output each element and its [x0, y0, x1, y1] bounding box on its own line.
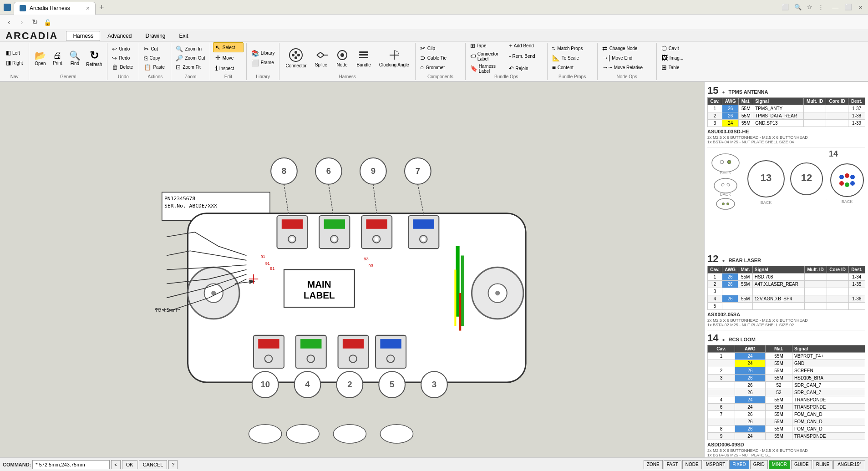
ok-button[interactable]: OK: [122, 460, 137, 469]
table-btn[interactable]: ⊞Table: [660, 63, 695, 72]
angle-btn[interactable]: ANGLE:15°: [833, 460, 865, 469]
connector-15-part: ASU003-03SD-HE: [707, 129, 865, 134]
zone-btn[interactable]: ZONE: [644, 460, 663, 469]
reload-button[interactable]: ↻: [29, 18, 40, 26]
connector-14-detail-1: 1x BSTA-06 M25 - NUT PLATE S...: [707, 453, 865, 457]
drawing-canvas[interactable]: PN12345678 SER.No. ABCDE/XXX: [0, 82, 704, 457]
fixed-btn[interactable]: FIXED: [729, 460, 749, 469]
connector-btn[interactable]: Connector: [282, 45, 310, 71]
nav-right-btn[interactable]: ◨Right: [4, 58, 25, 67]
menu-harness[interactable]: Harness: [66, 31, 100, 41]
tape-btn[interactable]: ⊞Tape: [468, 42, 505, 50]
change-node-btn[interactable]: ⇄Change Node: [600, 44, 654, 53]
app-icon: [4, 4, 11, 11]
svg-point-122: [839, 175, 844, 179]
svg-rect-9: [359, 57, 368, 58]
svg-point-93: [720, 160, 724, 164]
redo-btn[interactable]: ↪Redo: [110, 54, 136, 62]
connector-14-detail-0: 2x M2.5 X 6 BUTTONHEAD - M2.5 X 6 BUTTON…: [707, 448, 865, 453]
find-btn[interactable]: 🔍Find: [66, 49, 83, 67]
toolbar-group-node-ops: ⇄Change Node →|Move End →~Move Relative …: [598, 43, 657, 80]
copy-btn[interactable]: ⎘Copy: [142, 54, 168, 62]
svg-text:9: 9: [371, 166, 376, 176]
connector-label-btn[interactable]: 🏷Connector Label: [468, 51, 505, 62]
match-props-btn[interactable]: ≈Match Props: [550, 44, 594, 53]
inspect-btn[interactable]: ℹInspect: [213, 63, 244, 73]
svg-point-100: [716, 198, 735, 209]
guide-btn[interactable]: GUIDE: [791, 460, 812, 469]
library-btn[interactable]: 📚Library: [249, 49, 277, 58]
refresh-btn[interactable]: ↻Refresh: [84, 48, 104, 68]
node-status-btn[interactable]: NODE: [682, 460, 702, 469]
bundle-btn[interactable]: Bundle: [354, 45, 374, 71]
menu-exit[interactable]: Exit: [173, 31, 195, 41]
cancel-button[interactable]: CANCEL: [139, 460, 168, 469]
svg-text:7: 7: [416, 166, 420, 176]
close-icon[interactable]: ×: [857, 3, 864, 11]
less-button[interactable]: <: [111, 460, 120, 469]
nav-left-btn[interactable]: ◧Left: [4, 48, 25, 57]
svg-text:BACK: BACK: [720, 192, 731, 197]
fast-btn[interactable]: FAST: [664, 460, 681, 469]
move-end-btn[interactable]: →|Move End: [600, 53, 654, 62]
cut-btn[interactable]: ✂Cut: [142, 45, 168, 53]
rem-bend-btn[interactable]: -Rem. Bend: [507, 51, 544, 62]
toolbar-label-bundle-props: Bundle Props: [548, 74, 597, 79]
zoom-out-btn[interactable]: 🔎Zoom Out: [174, 54, 207, 62]
print-btn[interactable]: 🖨Print: [49, 49, 66, 67]
lock-button[interactable]: 🔒: [42, 19, 53, 26]
content-btn[interactable]: ≡Content: [550, 63, 594, 72]
back-button[interactable]: ‹: [4, 18, 15, 26]
browser-tab[interactable]: Arcadia Harness ×: [14, 2, 96, 15]
cavit-btn[interactable]: ⬡Cavit: [660, 44, 695, 53]
tab-close-icon[interactable]: ×: [86, 5, 90, 12]
cable-tie-btn[interactable]: ⊃Cable Tie: [418, 53, 462, 62]
harness-label-btn[interactable]: 🔖Harness Label: [468, 63, 505, 75]
move-relative-btn[interactable]: →~Move Relative: [600, 63, 654, 72]
menu-advanced[interactable]: Advanced: [101, 31, 138, 41]
clocking-angle-btn[interactable]: Clocking Angle: [376, 45, 412, 71]
search-icon[interactable]: 🔍: [794, 4, 802, 10]
svg-rect-44: [380, 339, 401, 349]
toolbar-group-bundle-ops: ⊞Tape +Add Bend 🏷Connector Label -Rem. B…: [466, 43, 548, 80]
to-scale-btn[interactable]: 📐To Scale: [550, 53, 594, 62]
select-btn[interactable]: ↖Select: [213, 42, 244, 52]
splice-btn[interactable]: Splice: [312, 45, 331, 71]
rline-btn[interactable]: RLINE: [813, 460, 832, 469]
svg-text:4: 4: [305, 380, 310, 389]
connector-12-number: 12: [707, 253, 718, 265]
maximize-icon[interactable]: ⬜: [843, 4, 854, 10]
delete-btn[interactable]: 🗑Delete: [110, 63, 136, 71]
svg-rect-41: [343, 339, 364, 349]
rejoin-btn[interactable]: ↶Rejoin: [507, 63, 544, 75]
toolbar-group-nav: ◧Left ◨Right Nav: [0, 43, 29, 80]
new-tab-button[interactable]: +: [96, 3, 108, 11]
minimize-icon[interactable]: —: [830, 4, 840, 11]
node-btn[interactable]: Node: [333, 45, 352, 71]
zoom-fit-btn[interactable]: ⊡Zoom Fit: [174, 63, 207, 71]
connector-15-pin: ●: [722, 90, 725, 95]
paste-btn[interactable]: 📋Paste: [142, 63, 168, 71]
command-input[interactable]: [32, 460, 110, 469]
more-icon[interactable]: ⋮: [818, 4, 824, 10]
image-btn[interactable]: 🖼Imag...: [660, 53, 695, 62]
star-icon[interactable]: ☆: [807, 4, 812, 10]
undo-btn[interactable]: ↩Undo: [110, 45, 136, 53]
move-btn[interactable]: ✛Move: [213, 53, 244, 63]
grommet-btn[interactable]: ○Grommet: [418, 63, 462, 72]
menu-drawing[interactable]: Drawing: [139, 31, 172, 41]
minor-btn[interactable]: MINOR: [769, 460, 790, 469]
open-btn[interactable]: 📂Open: [32, 49, 48, 67]
svg-point-88: [249, 425, 282, 443]
svg-text:6: 6: [326, 166, 331, 176]
grid-btn[interactable]: GRID: [750, 460, 768, 469]
help-button[interactable]: ?: [168, 460, 178, 469]
frame-btn[interactable]: ⬜Frame: [249, 58, 277, 67]
msport-btn[interactable]: MSPORT: [703, 460, 729, 469]
forward-button[interactable]: ›: [16, 18, 27, 26]
connector-14-section: 14 ● RCS LOOM Cav. AWG Mat. Signal: [707, 332, 865, 457]
cast-icon[interactable]: ⬜: [782, 4, 789, 10]
clip-btn[interactable]: ✂Clip: [418, 44, 462, 53]
add-bend-btn[interactable]: +Add Bend: [507, 42, 544, 50]
zoom-in-btn[interactable]: 🔍Zoom In: [174, 45, 207, 53]
